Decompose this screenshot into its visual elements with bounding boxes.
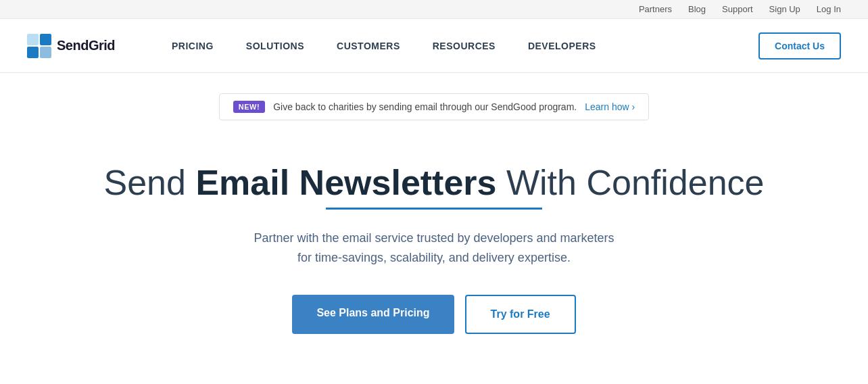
hero-subtitle: Partner with the email service trusted b… bbox=[27, 229, 841, 268]
main-nav: SendGrid PRICING SOLUTIONS CUSTOMERS RES… bbox=[0, 19, 868, 73]
nav-pricing[interactable]: PRICING bbox=[155, 22, 230, 70]
nav-resources[interactable]: RESOURCES bbox=[416, 22, 512, 70]
signup-link[interactable]: Sign Up bbox=[769, 4, 800, 14]
nav-customers[interactable]: CUSTOMERS bbox=[320, 22, 416, 70]
blog-link[interactable]: Blog bbox=[688, 4, 706, 14]
svg-rect-0 bbox=[27, 34, 39, 45]
partners-link[interactable]: Partners bbox=[639, 4, 672, 14]
announcement-inner: NEW! Give back to charities by sending e… bbox=[219, 93, 649, 120]
new-badge: NEW! bbox=[233, 101, 265, 113]
contact-us-button[interactable]: Contact Us bbox=[758, 32, 841, 59]
try-for-free-button[interactable]: Try for Free bbox=[465, 295, 576, 334]
hero-subtitle-line1: Partner with the email service trusted b… bbox=[254, 231, 614, 245]
announcement-learn-more-link[interactable]: Learn how › bbox=[585, 101, 635, 112]
nav-links: PRICING SOLUTIONS CUSTOMERS RESOURCES DE… bbox=[155, 22, 758, 70]
logo[interactable]: SendGrid bbox=[27, 34, 115, 58]
announcement-text: Give back to charities by sending email … bbox=[273, 101, 577, 112]
hero-section: Send Email Newsletters With Confidence P… bbox=[0, 130, 868, 375]
svg-rect-1 bbox=[40, 34, 51, 45]
utility-bar: Partners Blog Support Sign Up Log In bbox=[0, 0, 868, 19]
svg-rect-2 bbox=[27, 47, 39, 58]
svg-rect-3 bbox=[40, 47, 51, 58]
nav-developers[interactable]: DEVELOPERS bbox=[512, 22, 612, 70]
hero-title-bold: Email Newsletters bbox=[195, 163, 496, 202]
logo-text: SendGrid bbox=[57, 38, 115, 53]
nav-solutions[interactable]: SOLUTIONS bbox=[230, 22, 320, 70]
hero-title-end: With Confidence bbox=[497, 163, 765, 202]
hero-underline bbox=[326, 208, 542, 210]
hero-subtitle-line2: for time-savings, scalability, and deliv… bbox=[297, 251, 571, 264]
announcement-banner: NEW! Give back to charities by sending e… bbox=[0, 84, 868, 130]
login-link[interactable]: Log In bbox=[817, 4, 841, 14]
see-plans-button[interactable]: See Plans and Pricing bbox=[292, 295, 454, 334]
hero-title: Send Email Newsletters With Confidence bbox=[27, 164, 841, 202]
hero-title-start: Send bbox=[104, 163, 196, 202]
sendgrid-logo-icon bbox=[27, 34, 51, 58]
hero-buttons: See Plans and Pricing Try for Free bbox=[27, 295, 841, 334]
support-link[interactable]: Support bbox=[722, 4, 753, 14]
